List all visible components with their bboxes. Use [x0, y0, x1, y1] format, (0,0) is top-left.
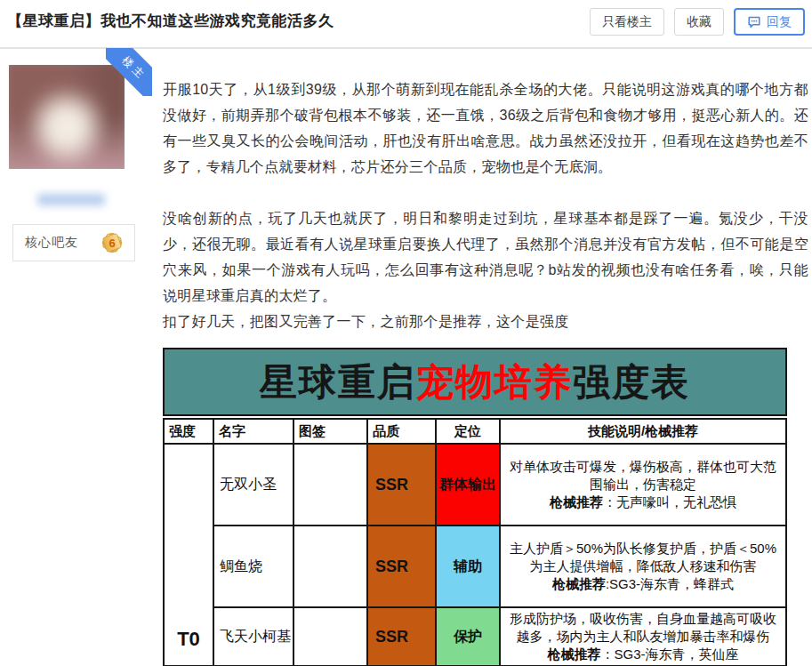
member-badge[interactable]: 核心吧友 6 [12, 224, 135, 261]
topbar-actions: 只看楼主 收藏 回复 [590, 8, 805, 36]
op-ribbon-label: 楼主 [106, 48, 152, 96]
col-header-skill: 技能说明/枪械推荐 [500, 419, 786, 444]
chat-bubble-icon [747, 15, 761, 29]
col-header-tier: 强度 [164, 419, 213, 444]
col-header-role: 定位 [436, 419, 500, 444]
op-ribbon: 楼主 [106, 48, 152, 96]
post-paragraph-1: 开服10天了，从1级到39级，从那个萌新到现在能乱杀全场的大佬。只能说明这游戏真… [163, 76, 808, 180]
member-badge-label: 核心吧友 [25, 235, 78, 251]
reply-button[interactable]: 回复 [734, 8, 805, 36]
thread-page: 【星球重启】我也不知道这些游戏究竟能活多久 只看楼主 收藏 回复 楼主 核心吧友 [0, 0, 812, 666]
skill-text: 对单体攻击可爆发，爆伤极高，群体也可大范围输出，伤害稳定 [506, 458, 780, 493]
only-op-button[interactable]: 只看楼主 [590, 8, 664, 36]
weapon-recommendation: 枪械推荐:SG3-海东青，蜂群式 [506, 575, 780, 593]
pet-table: 强度 名字 图签 品质 定位 技能说明/枪械推荐 T0 无双小圣 SSR 群体输… [163, 418, 787, 666]
banner-title-prefix: 星球重启 [260, 357, 416, 407]
pet-name: 飞天小柯基 [213, 607, 293, 666]
col-header-quality: 品质 [367, 419, 436, 444]
post-paragraph-3: 扣了好几天，把图又完善了一下，之前那个是推荐，这个是强度 [163, 309, 808, 334]
skill-text: 形成防护场，吸收伤害，自身血量越高可吸收越多，场内为主人和队友增加暴击率和爆伤 [506, 610, 780, 646]
level-seal-icon: 6 [101, 232, 123, 253]
table-row: 飞天小柯基 SSR 保护 形成防护场，吸收伤害，自身血量越高可吸收越多，场内为主… [164, 607, 786, 666]
col-header-image: 图签 [293, 419, 367, 444]
pet-thumbnail-cell [293, 607, 367, 666]
pet-name: 无双小圣 [213, 444, 293, 526]
pet-quality: SSR [367, 444, 436, 526]
pet-thumbnail-cell [293, 444, 367, 526]
col-header-name: 名字 [213, 419, 293, 444]
pet-skill-description: 主人护盾＞50%为队长修复护盾，护盾＜50%为主人提供增幅，降低敌人移速和伤害 … [500, 526, 786, 607]
reply-button-label: 回复 [767, 14, 792, 30]
weapon-recommendation: 枪械推荐：无声嚎叫，无礼恐惧 [506, 493, 780, 511]
pet-role: 保护 [436, 607, 500, 666]
pet-thumbnail-cell [293, 526, 367, 607]
skill-text: 主人护盾＞50%为队长修复护盾，护盾＜50%为主人提供增幅，降低敌人移速和伤害 [506, 540, 780, 575]
table-row: T0 无双小圣 SSR 群体输出 对单体攻击可爆发，爆伤极高，群体也可大范围输出… [164, 444, 786, 526]
table-header-row: 强度 名字 图签 品质 定位 技能说明/枪械推荐 [164, 419, 786, 444]
pet-quality: SSR [367, 607, 436, 666]
weapon-recommendation: 枪械推荐：SG3-海东青，英仙座 [506, 646, 780, 663]
banner-title-highlight: 宠物培养 [416, 357, 573, 407]
level-number: 6 [101, 232, 123, 253]
pet-role: 辅助 [436, 526, 500, 607]
pet-name: 鲷鱼烧 [213, 526, 293, 607]
pet-skill-description: 形成防护场，吸收伤害，自身血量越高可吸收越多，场内为主人和队友增加暴击率和爆伤 … [500, 607, 786, 666]
username-blurred [37, 194, 105, 205]
favorite-button[interactable]: 收藏 [674, 8, 724, 36]
banner-title-suffix: 强度表 [573, 357, 690, 407]
page-title: 【星球重启】我也不知道这些游戏究竟能活多久 [7, 11, 334, 31]
pet-quality: SSR [367, 526, 436, 607]
pet-role: 群体输出 [436, 444, 500, 526]
post-paragraph-2: 没啥创新的点，玩了几天也就厌了，明日和黎明走过到坑，星球基本都是踩了一遍。氪没少… [163, 205, 808, 309]
pet-strength-table-image[interactable]: 星球重启宠物培养强度表 强度 名字 图签 品质 定位 技能说明/枪械推荐 T0 … [163, 348, 787, 666]
tier-label: T0 [165, 628, 213, 651]
tier-cell: T0 [164, 444, 213, 666]
table-row: 鲷鱼烧 SSR 辅助 主人护盾＞50%为队长修复护盾，护盾＜50%为主人提供增幅… [164, 526, 786, 607]
pet-skill-description: 对单体攻击可爆发，爆伤极高，群体也可大范围输出，伤害稳定 枪械推荐：无声嚎叫，无… [500, 444, 786, 526]
table-banner: 星球重启宠物培养强度表 [163, 348, 787, 416]
